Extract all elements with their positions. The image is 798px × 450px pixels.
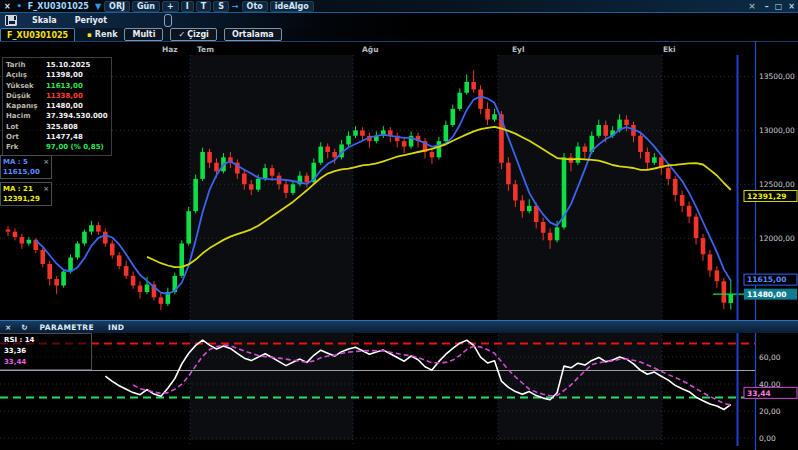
parametre-menu[interactable]: PARAMETRE (33, 323, 101, 332)
arrow-right-icon[interactable]: → (230, 2, 241, 11)
quote-row: Yüksek11613,00 (6, 81, 108, 91)
orj-button[interactable]: ORJ (104, 1, 130, 12)
tab-symbol-active[interactable]: F_XU0301025 (0, 28, 75, 41)
price-tick-label: 13500,00 (759, 72, 795, 81)
ma21-close-icon[interactable]: × (43, 184, 49, 194)
tab-bar: F_XU0301025 ▪ Renk Multi ✓ Çizgi Ortalam… (0, 28, 798, 42)
candle-body (318, 147, 323, 163)
candle-body (694, 217, 699, 239)
toolbar-handle[interactable] (164, 14, 172, 27)
candle-body (89, 225, 94, 231)
indicator-close-icon[interactable]: × (0, 323, 16, 332)
price-tick-label: 13000,00 (759, 126, 795, 135)
quote-row: Hacim37.394.530.000 (6, 111, 108, 121)
symbol-label[interactable]: F_XU0301025 (24, 2, 93, 11)
month-label: Eki (663, 45, 676, 54)
quote-row: Açılış11398,00 (6, 70, 108, 80)
plus-button[interactable]: + (162, 1, 179, 12)
month-label: Eyl (512, 45, 525, 54)
indicator-header: × ↻ PARAMETRE IND (0, 320, 798, 333)
candle-body (305, 176, 310, 182)
ma5-close-icon[interactable]: × (43, 157, 49, 167)
ma5-value: 11615,00 (3, 167, 49, 177)
candle-body (603, 125, 608, 136)
cizgi-button[interactable]: ✓ Çizgi (170, 28, 216, 41)
candle-body (451, 109, 456, 125)
candle-body (596, 125, 601, 136)
price-and-rsi-chart[interactable]: 13500,0013000,0012500,0012000,00HazTemAğ… (0, 42, 798, 450)
ma21-label: MA : 21 (3, 184, 33, 194)
candle-body (583, 147, 588, 152)
candle-body (527, 206, 532, 211)
candle-body (68, 258, 73, 272)
close-icon[interactable]: × (0, 2, 15, 11)
quote-row: Frk97,00 (% 0,85) (6, 142, 108, 152)
candle-body (214, 163, 219, 172)
idealgo-button[interactable]: ideAlgo (270, 1, 314, 12)
save-icon[interactable] (5, 15, 17, 26)
period-gun-button[interactable]: Gün (132, 1, 160, 12)
candle-body (513, 184, 518, 200)
renk-toggle[interactable]: ▪ Renk (87, 28, 117, 41)
indicator-button[interactable]: I (181, 1, 194, 12)
candle-body (729, 294, 734, 303)
periyot-menu[interactable]: Periyot (66, 16, 117, 25)
candle-body (145, 284, 150, 292)
candle-body (131, 276, 136, 286)
candle-body (6, 230, 11, 232)
candle-body (506, 163, 511, 185)
multi-button[interactable]: Multi (124, 28, 163, 41)
rsi-signal-value: 33,44 (4, 357, 87, 368)
oto-button[interactable]: Oto (242, 1, 268, 12)
rsi-name: RSI : 14 (4, 335, 87, 346)
candle-body (110, 244, 115, 256)
maximize-icon[interactable]: □ (772, 2, 786, 11)
check-icon: ✓ (178, 30, 185, 39)
refresh-icon[interactable]: ↻ (16, 323, 32, 332)
strategy-button[interactable]: S (213, 1, 229, 12)
candle-body (624, 120, 629, 125)
quote-row: Kapanış11480,00 (6, 101, 108, 111)
candle-body (492, 114, 497, 119)
candle-body (576, 147, 581, 163)
rsi-tick-label: 60,00 (759, 353, 781, 362)
panel-close-icon[interactable]: × (742, 1, 762, 11)
candle-body (325, 147, 330, 152)
candle-body (103, 232, 108, 244)
skala-menu[interactable]: Skala (23, 16, 66, 25)
candle-body (291, 184, 296, 193)
candle-body (27, 240, 32, 244)
candle-body (673, 179, 678, 195)
candle-body (96, 225, 101, 231)
rsi-value: 33,36 (4, 346, 87, 357)
quote-row: Lot325.808 (6, 122, 108, 132)
bullet-icon: • (15, 2, 24, 11)
month-band (190, 55, 353, 440)
chart-region: 13500,0013000,0012500,0012000,00HazTemAğ… (0, 42, 798, 450)
candle-body (541, 222, 546, 233)
ma21-chip: MA : 21 × 12391,29 (0, 182, 52, 206)
candle-body (186, 211, 191, 243)
arrow-down-icon[interactable]: ▼ (93, 2, 103, 11)
candle-body (263, 168, 268, 179)
candle-body (548, 233, 553, 241)
candle-body (346, 136, 351, 145)
candle-body (82, 232, 87, 244)
candle-body (471, 82, 476, 90)
candle-body (200, 152, 205, 179)
candle-body (13, 232, 18, 237)
color-square-icon: ▪ (87, 31, 92, 39)
candle-body (687, 206, 692, 217)
rsi-badge-label: 33,44 (747, 389, 771, 398)
rsi-tick-label: 0,00 (759, 434, 776, 443)
quote-row: Tarih15.10.2025 (6, 60, 108, 70)
window-close-icon[interactable]: × (785, 2, 798, 11)
candle-body (332, 152, 337, 157)
candle-body (249, 184, 254, 189)
minimize-icon[interactable]: – (762, 2, 772, 11)
price-badge-last-label: 11480,00 (747, 290, 786, 299)
ind-menu[interactable]: IND (101, 323, 132, 332)
ortalama-button[interactable]: Ortalama (224, 28, 282, 41)
quote-info-panel: Tarih15.10.2025Açılış11398,00Yüksek11613… (2, 57, 112, 156)
trend-button[interactable]: T (196, 1, 211, 12)
